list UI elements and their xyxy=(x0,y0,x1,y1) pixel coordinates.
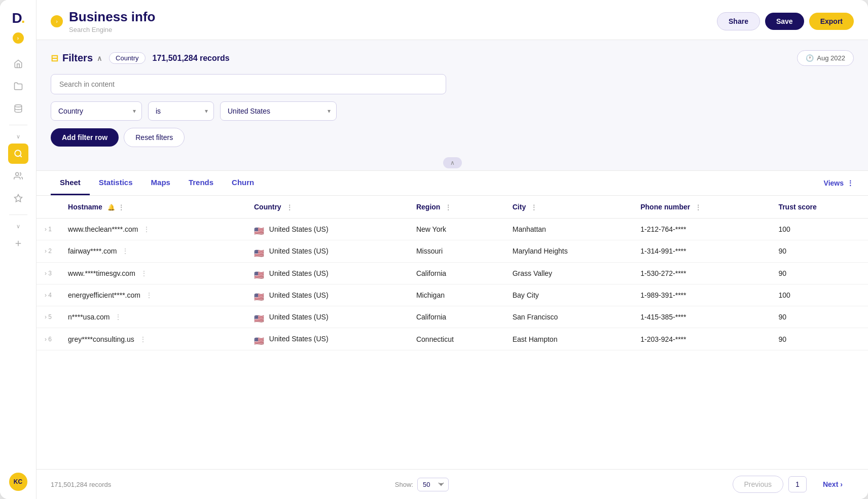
row-menu-2[interactable]: ⋮ xyxy=(137,268,151,278)
filter-badge[interactable]: Country xyxy=(109,52,146,64)
cell-city-3: Bay City xyxy=(504,284,633,306)
header: › Business info Search Engine Share Save… xyxy=(37,0,868,40)
hostname-value: n****usa.com xyxy=(68,313,110,321)
hostname-value: fairway****.com xyxy=(68,247,117,255)
cell-trust-4: 90 xyxy=(770,306,868,328)
tabs-row: Sheet Statistics Maps Trends Churn Views… xyxy=(37,171,868,196)
reset-filters-button[interactable]: Reset filters xyxy=(124,128,185,147)
filter-operator-select[interactable]: is is not contains xyxy=(148,101,214,121)
filter-date[interactable]: 🕐 Aug 2022 xyxy=(797,50,854,66)
cell-phone-4: 1-415-385-**** xyxy=(632,306,770,328)
cell-country-3: 🇺🇸 United States (US) xyxy=(246,284,408,306)
export-button[interactable]: Export xyxy=(809,13,854,30)
row-menu-0[interactable]: ⋮ xyxy=(140,224,153,234)
row-expand-0[interactable]: › 1 xyxy=(37,219,60,240)
logo-text: D. xyxy=(12,10,24,26)
footer-record-count: 171,501,284 records xyxy=(51,481,111,488)
cell-phone-2: 1-530-272-**** xyxy=(632,262,770,284)
flag-icon-4: 🇺🇸 xyxy=(254,314,264,321)
save-button[interactable]: Save xyxy=(765,13,804,30)
sidebar-collapse-1[interactable]: ∨ xyxy=(8,131,28,141)
filter-row: Country Region City Phone number Trust s… xyxy=(51,101,854,121)
hostname-menu-icon[interactable]: ⋮ xyxy=(118,204,124,211)
cell-country-2: 🇺🇸 United States (US) xyxy=(246,262,408,284)
filter-field-select[interactable]: Country Region City Phone number Trust s… xyxy=(51,101,142,121)
city-menu-icon[interactable]: ⋮ xyxy=(531,204,537,211)
region-menu-icon[interactable]: ⋮ xyxy=(445,204,451,211)
filter-value-select[interactable]: United States Canada United Kingdom xyxy=(220,101,337,121)
share-button[interactable]: Share xyxy=(717,12,760,30)
filter-date-text: Aug 2022 xyxy=(817,54,845,62)
row-menu-1[interactable]: ⋮ xyxy=(119,246,132,256)
row-menu-3[interactable]: ⋮ xyxy=(142,290,156,300)
svg-line-2 xyxy=(20,155,21,157)
phone-menu-icon[interactable]: ⋮ xyxy=(695,204,701,211)
cell-region-1: Missouri xyxy=(408,240,504,262)
sidebar-item-home[interactable] xyxy=(8,54,28,74)
cell-hostname-4: n****usa.com ⋮ xyxy=(60,306,246,328)
tab-churn[interactable]: Churn xyxy=(223,171,263,195)
row-expand-5[interactable]: › 6 xyxy=(37,328,60,350)
cell-hostname-3: energyefficient****.com ⋮ xyxy=(60,284,246,306)
cell-region-2: California xyxy=(408,262,504,284)
country-value: United States (US) xyxy=(269,269,329,277)
row-expand-1[interactable]: › 2 xyxy=(37,240,60,262)
page-number-input[interactable] xyxy=(788,476,807,492)
sidebar-nav: ∨ ∨ xyxy=(0,54,36,254)
cell-region-4: California xyxy=(408,306,504,328)
col-country: Country ⋮ xyxy=(246,196,408,219)
filter-title-text: Filters xyxy=(62,52,93,64)
sidebar-item-db[interactable] xyxy=(8,98,28,119)
sidebar-collapse-2[interactable]: ∨ xyxy=(8,221,28,231)
sidebar-item-star[interactable] xyxy=(8,188,28,208)
show-select[interactable]: 50 100 200 xyxy=(417,478,449,491)
country-menu-icon[interactable]: ⋮ xyxy=(286,204,293,211)
tab-maps[interactable]: Maps xyxy=(142,171,179,195)
main-content: › Business info Search Engine Share Save… xyxy=(37,0,868,499)
flag-icon-2: 🇺🇸 xyxy=(254,270,264,277)
search-input[interactable] xyxy=(51,74,446,94)
cell-phone-1: 1-314-991-**** xyxy=(632,240,770,262)
row-menu-4[interactable]: ⋮ xyxy=(112,312,125,322)
avatar[interactable]: KC xyxy=(9,473,27,491)
sidebar-item-people[interactable] xyxy=(8,166,28,186)
views-menu-icon: ⋮ xyxy=(847,179,854,187)
tab-trends[interactable]: Trends xyxy=(179,171,223,195)
cell-trust-3: 100 xyxy=(770,284,868,306)
previous-button[interactable]: Previous xyxy=(733,476,783,493)
sidebar-toggle[interactable]: › xyxy=(13,32,24,44)
bell-icon[interactable]: 🔔 xyxy=(107,204,115,211)
cell-country-0: 🇺🇸 United States (US) xyxy=(246,219,408,240)
sidebar-item-search[interactable] xyxy=(8,144,28,164)
row-expand-2[interactable]: › 3 xyxy=(37,262,60,284)
collapse-button[interactable]: ∧ xyxy=(443,157,462,168)
row-expand-4[interactable]: › 5 xyxy=(37,306,60,328)
cell-hostname-5: grey****consulting.us ⋮ xyxy=(60,328,246,350)
row-expand-3[interactable]: › 4 xyxy=(37,284,60,306)
tab-statistics[interactable]: Statistics xyxy=(90,171,142,195)
breadcrumb-arrow[interactable]: › xyxy=(51,15,63,27)
flag-icon-3: 🇺🇸 xyxy=(254,292,264,299)
svg-point-3 xyxy=(15,172,18,175)
flag-icon-1: 🇺🇸 xyxy=(254,248,264,256)
sidebar-divider-2 xyxy=(9,215,27,215)
cell-hostname-2: www.****timesgv.com ⋮ xyxy=(60,262,246,284)
row-menu-5[interactable]: ⋮ xyxy=(136,334,150,344)
next-button[interactable]: Next › xyxy=(812,476,854,492)
table-row: › 3 www.****timesgv.com ⋮ 🇺🇸 United Stat… xyxy=(37,262,868,284)
filter-header: ⊟ Filters ∧ Country 171,501,284 records … xyxy=(51,50,854,66)
add-filter-button[interactable]: Add filter row xyxy=(51,128,119,147)
page-title: Business info xyxy=(69,9,155,25)
filter-section: ⊟ Filters ∧ Country 171,501,284 records … xyxy=(37,40,868,171)
sidebar-item-folder[interactable] xyxy=(8,76,28,96)
country-value: United States (US) xyxy=(269,313,329,321)
logo: D. xyxy=(8,8,28,28)
tab-sheet[interactable]: Sheet xyxy=(51,171,90,195)
show-select-wrapper: 50 100 200 xyxy=(417,478,449,491)
collapse-row: ∧ xyxy=(51,155,854,170)
svg-point-1 xyxy=(15,150,21,156)
sidebar-item-plus[interactable] xyxy=(8,233,28,254)
filter-actions: Add filter row Reset filters xyxy=(51,128,854,147)
views-button[interactable]: Views ⋮ xyxy=(824,179,854,187)
col-trust: Trust score xyxy=(770,196,868,219)
